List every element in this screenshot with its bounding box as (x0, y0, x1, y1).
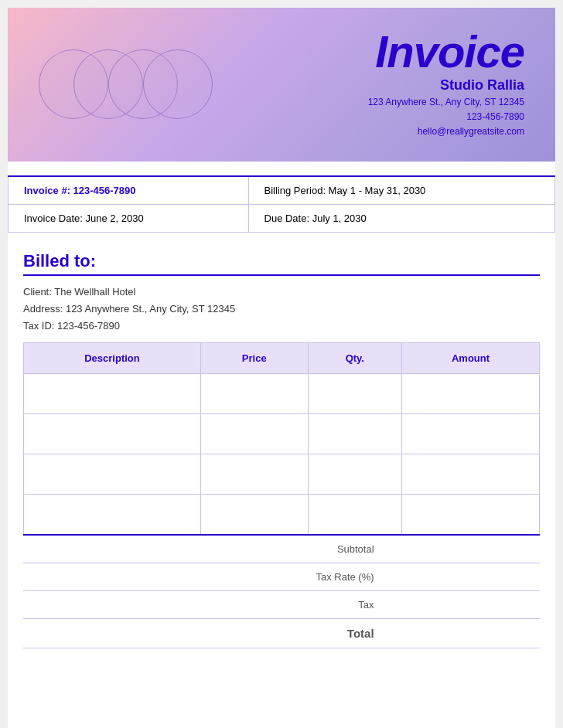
billing-period: Billing Period: May 1 - May 31, 2030 (264, 185, 426, 196)
header-right: Invoice Studio Rallia 123 Anywhere St., … (368, 29, 524, 140)
row3-amount (402, 454, 540, 494)
billed-to-section: Billed to: Client: The Wellhall Hotel Ad… (8, 233, 555, 342)
invoice-date: Invoice Date: June 2, 2030 (24, 213, 144, 224)
total-spacer (23, 618, 230, 648)
total-value (385, 618, 540, 648)
invoice-page: Invoice Studio Rallia 123 Anywhere St., … (8, 8, 555, 728)
invoice-header: Invoice Studio Rallia 123 Anywhere St., … (8, 8, 555, 162)
decorative-circles (39, 38, 224, 131)
row3-price (201, 454, 309, 494)
company-name: Studio Rallia (368, 77, 524, 94)
invoice-number-cell: Invoice #: 123-456-7890 (9, 176, 249, 205)
tax-rate-spacer (23, 563, 230, 590)
invoice-title: Invoice (368, 29, 524, 74)
subtotal-label: Subtotal (230, 536, 384, 563)
header-price: Price (201, 342, 309, 373)
invoice-date-cell: Invoice Date: June 2, 2030 (9, 204, 249, 232)
row4-price (201, 494, 309, 535)
items-table: Description Price Qty. Amount (23, 342, 540, 536)
row4-amount (402, 494, 540, 535)
table-header-row: Description Price Qty. Amount (24, 342, 540, 373)
client-address: Address: 123 Anywhere St., Any City, ST … (23, 301, 540, 318)
tax-row: Tax (23, 590, 540, 618)
table-row (24, 454, 540, 494)
total-label: Total (230, 618, 384, 648)
total-row: Total (23, 618, 540, 648)
header-amount: Amount (402, 342, 540, 373)
row3-qty (308, 454, 401, 494)
tax-rate-row: Tax Rate (%) (23, 563, 540, 590)
row2-qty (308, 413, 401, 454)
row4-description (24, 494, 201, 535)
subtotal-value (385, 536, 540, 563)
table-row (24, 373, 540, 413)
billed-to-info: Client: The Wellhall Hotel Address: 123 … (23, 284, 540, 335)
tax-value (385, 590, 540, 618)
due-date-cell: Due Date: July 1, 2030 (248, 204, 554, 232)
row1-amount (402, 373, 540, 413)
client-name: Client: The Wellhall Hotel (23, 284, 540, 301)
client-tax-id: Tax ID: 123-456-7890 (23, 318, 540, 335)
subtotal-row: Subtotal (23, 536, 540, 563)
company-address: 123 Anywhere St., Any City, ST 12345 123… (368, 95, 524, 140)
row2-description (24, 413, 201, 454)
invoice-info-table: Invoice #: 123-456-7890 Billing Period: … (8, 175, 555, 233)
billing-period-cell: Billing Period: May 1 - May 31, 2030 (248, 176, 554, 205)
billed-to-title: Billed to: (23, 251, 540, 276)
row4-qty (308, 494, 401, 535)
header-qty: Qty. (308, 342, 401, 373)
header-description: Description (24, 342, 201, 373)
tax-spacer (23, 590, 230, 618)
table-row (24, 494, 540, 535)
row1-qty (308, 373, 401, 413)
row3-description (24, 454, 201, 494)
items-section: Description Price Qty. Amount (8, 342, 555, 648)
row2-amount (402, 413, 540, 454)
invoice-number-label: Invoice #: 123-456-7890 (24, 185, 136, 196)
due-date: Due Date: July 1, 2030 (264, 213, 367, 224)
row2-price (201, 413, 309, 454)
row1-description (24, 373, 201, 413)
summary-table: Subtotal Tax Rate (%) Tax Total (23, 536, 540, 648)
info-row-1: Invoice #: 123-456-7890 Billing Period: … (9, 176, 555, 205)
circle-4 (143, 49, 213, 119)
tax-label: Tax (230, 590, 384, 618)
table-row (24, 413, 540, 454)
row1-price (201, 373, 309, 413)
tax-rate-label: Tax Rate (%) (230, 563, 384, 590)
info-row-2: Invoice Date: June 2, 2030 Due Date: Jul… (9, 204, 555, 232)
subtotal-spacer (23, 536, 230, 563)
tax-rate-value (385, 563, 540, 590)
